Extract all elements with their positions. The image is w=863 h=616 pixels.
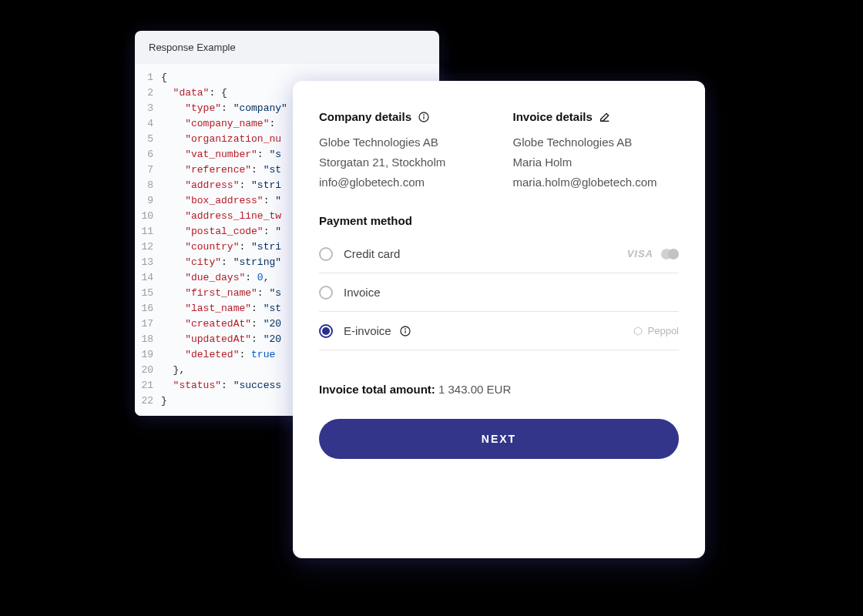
- next-button[interactable]: NEXT: [319, 419, 679, 459]
- invoice-company: Globe Technologies AB: [513, 132, 680, 152]
- radio-icon: [319, 247, 333, 261]
- response-example-title: Response Example: [135, 31, 439, 64]
- info-icon[interactable]: [418, 111, 430, 123]
- invoice-details-heading: Invoice details: [513, 110, 680, 123]
- peppol-label: Peppol: [648, 325, 679, 336]
- radio-icon: [319, 286, 333, 300]
- edit-icon[interactable]: [599, 111, 611, 123]
- payment-option-e-invoice[interactable]: E-invoice Peppol: [319, 312, 679, 350]
- invoice-email: maria.holm@globetech.com: [513, 172, 680, 192]
- payment-option-label: Credit card: [344, 247, 400, 260]
- payment-method-heading: Payment method: [319, 214, 679, 227]
- invoice-details-heading-text: Invoice details: [513, 110, 593, 123]
- svg-point-2: [424, 115, 425, 116]
- payment-option-text: E-invoice: [344, 324, 391, 337]
- visa-icon: VISA: [627, 248, 653, 259]
- radio-icon-selected: [319, 324, 333, 338]
- company-details-heading: Company details: [319, 110, 485, 123]
- payment-option-label: E-invoice: [344, 324, 411, 337]
- company-name: Globe Technologies AB: [319, 132, 485, 152]
- invoice-total-label: Invoice total amount:: [319, 383, 435, 396]
- svg-point-5: [405, 329, 405, 330]
- company-email: info@globetech.com: [319, 172, 485, 192]
- info-icon[interactable]: [399, 325, 411, 337]
- peppol-badge: Peppol: [633, 325, 679, 336]
- payment-option-label: Invoice: [344, 286, 381, 299]
- mastercard-icon: [661, 249, 679, 259]
- svg-marker-6: [634, 326, 641, 335]
- invoice-contact: Maria Holm: [513, 152, 680, 172]
- invoice-total-value: 1 343.00 EUR: [438, 383, 511, 396]
- company-details: Company details Globe Technologies AB St…: [319, 110, 485, 192]
- payment-option-brands: VISA: [627, 248, 679, 259]
- details-row: Company details Globe Technologies AB St…: [319, 110, 679, 192]
- payment-option-invoice[interactable]: Invoice: [319, 273, 679, 312]
- peppol-icon: [633, 326, 643, 336]
- checkout-card: Company details Globe Technologies AB St…: [293, 81, 705, 558]
- company-address: Storgatan 21, Stockholm: [319, 152, 485, 172]
- invoice-total: Invoice total amount: 1 343.00 EUR: [319, 383, 679, 396]
- invoice-details: Invoice details Globe Technologies AB Ma…: [513, 110, 680, 192]
- company-details-heading-text: Company details: [319, 110, 411, 123]
- payment-option-credit-card[interactable]: Credit card VISA: [319, 235, 679, 273]
